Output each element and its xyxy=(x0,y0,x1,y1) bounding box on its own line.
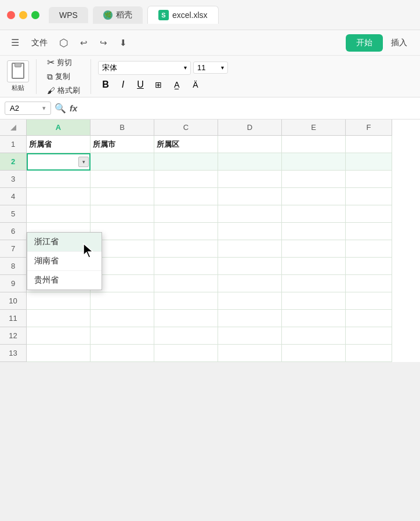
cell-d6[interactable] xyxy=(218,223,282,240)
fx-button[interactable]: fx xyxy=(70,103,77,113)
tab-excel[interactable]: S excel.xlsx xyxy=(147,6,219,24)
cell-e4[interactable] xyxy=(282,188,346,205)
cell-f3[interactable] xyxy=(346,171,392,188)
cell-c5[interactable] xyxy=(154,205,218,223)
col-header-d[interactable]: D xyxy=(218,120,282,136)
font-color-button[interactable]: Ä xyxy=(187,77,204,92)
cell-f9[interactable] xyxy=(346,275,392,292)
cell-a2[interactable]: ▾ xyxy=(27,153,90,171)
cut-button[interactable]: ✂ 剪切 xyxy=(44,55,75,70)
col-header-c[interactable]: C xyxy=(154,120,218,136)
cell-a13[interactable] xyxy=(27,345,90,362)
more-icon[interactable]: ⬇ xyxy=(115,35,131,51)
cell-e3[interactable] xyxy=(282,171,346,188)
corner-cell[interactable] xyxy=(0,120,27,136)
cell-f5[interactable] xyxy=(346,205,392,223)
cell-d10[interactable] xyxy=(218,292,282,310)
dropdown-item-1[interactable]: 湖南省 xyxy=(27,252,102,271)
cell-c4[interactable] xyxy=(154,188,218,205)
cell-f12[interactable] xyxy=(346,327,392,345)
row-header-10[interactable]: 10 xyxy=(0,292,27,310)
row-header-9[interactable]: 9 xyxy=(0,275,27,292)
row-header-11[interactable]: 11 xyxy=(0,310,27,327)
cell-f8[interactable] xyxy=(346,258,392,275)
cell-reference-box[interactable]: A2 ▾ xyxy=(5,102,51,115)
cell-d5[interactable] xyxy=(218,205,282,223)
cell-e9[interactable] xyxy=(282,275,346,292)
cell-e13[interactable] xyxy=(282,345,346,362)
cell-a10[interactable] xyxy=(27,292,90,310)
undo-icon[interactable]: ↩ xyxy=(75,35,92,51)
cell-a3[interactable] xyxy=(27,171,90,188)
row-header-8[interactable]: 8 xyxy=(0,258,27,275)
dropdown-item-2[interactable]: 贵州省 xyxy=(27,271,102,290)
cell-b4[interactable] xyxy=(90,188,154,205)
row-header-4[interactable]: 4 xyxy=(0,188,27,205)
row-header-1[interactable]: 1 xyxy=(0,136,27,153)
row-header-5[interactable]: 5 xyxy=(0,205,27,223)
cell-a12[interactable] xyxy=(27,327,90,345)
cell-b1[interactable]: 所属市 xyxy=(90,136,154,153)
cell-c11[interactable] xyxy=(154,310,218,327)
cell-d8[interactable] xyxy=(218,258,282,275)
cell-e1[interactable] xyxy=(282,136,346,153)
cell-e10[interactable] xyxy=(282,292,346,310)
row-header-3[interactable]: 3 xyxy=(0,171,27,188)
cell-e8[interactable] xyxy=(282,258,346,275)
fill-color-button[interactable]: A̲ xyxy=(169,77,185,92)
cell-a11[interactable] xyxy=(27,310,90,327)
cell-d9[interactable] xyxy=(218,275,282,292)
copy-button[interactable]: ⧉ 复制 xyxy=(44,70,74,84)
font-size-selector[interactable]: 11 ▾ xyxy=(193,61,228,74)
cell-c1[interactable]: 所属区 xyxy=(154,136,218,153)
start-button[interactable]: 开始 xyxy=(346,34,383,52)
cell-d4[interactable] xyxy=(218,188,282,205)
tab-daoke[interactable]: 🌿 稻壳 xyxy=(93,6,143,24)
cell-b12[interactable] xyxy=(90,327,154,345)
cell-b5[interactable] xyxy=(90,205,154,223)
col-header-a[interactable]: A xyxy=(27,120,90,136)
row-header-6[interactable]: 6 xyxy=(0,223,27,240)
cell-c3[interactable] xyxy=(154,171,218,188)
cell-b11[interactable] xyxy=(90,310,154,327)
cell-e6[interactable] xyxy=(282,223,346,240)
hamburger-menu-icon[interactable]: ☰ xyxy=(7,35,23,51)
cell-c6[interactable] xyxy=(154,223,218,240)
format-painter-button[interactable]: 🖌 格式刷 xyxy=(44,84,84,97)
cell-b3[interactable] xyxy=(90,171,154,188)
cell-c7[interactable] xyxy=(154,240,218,258)
cell-a4[interactable] xyxy=(27,188,90,205)
cell-f6[interactable] xyxy=(346,223,392,240)
cell-a1[interactable]: 所属省 xyxy=(27,136,90,153)
minimize-button[interactable] xyxy=(19,11,27,19)
zoom-icon[interactable]: 🔍 xyxy=(55,103,66,114)
cell-e12[interactable] xyxy=(282,327,346,345)
maximize-button[interactable] xyxy=(31,11,39,19)
insert-menu[interactable]: 插入 xyxy=(385,35,413,50)
tab-wps[interactable]: WPS xyxy=(49,7,88,23)
underline-button[interactable]: U xyxy=(133,77,148,92)
cell-c8[interactable] xyxy=(154,258,218,275)
cell-c10[interactable] xyxy=(154,292,218,310)
copy-toolbar-icon[interactable]: ⬡ xyxy=(56,35,72,51)
cell-e5[interactable] xyxy=(282,205,346,223)
cell-d7[interactable] xyxy=(218,240,282,258)
paste-button[interactable]: 粘贴 xyxy=(7,60,29,92)
col-header-e[interactable]: E xyxy=(282,120,346,136)
bold-button[interactable]: B xyxy=(98,77,113,92)
cell-d2[interactable] xyxy=(218,153,282,171)
row-header-2[interactable]: 2 xyxy=(0,153,27,171)
cell-c12[interactable] xyxy=(154,327,218,345)
close-button[interactable] xyxy=(7,11,15,19)
cell-f7[interactable] xyxy=(346,240,392,258)
cell-c13[interactable] xyxy=(154,345,218,362)
cell-f10[interactable] xyxy=(346,292,392,310)
italic-button[interactable]: I xyxy=(115,77,131,92)
cell-b10[interactable] xyxy=(90,292,154,310)
cell-f11[interactable] xyxy=(346,310,392,327)
cell-c2[interactable] xyxy=(154,153,218,171)
cell-e11[interactable] xyxy=(282,310,346,327)
cell-a5[interactable] xyxy=(27,205,90,223)
file-menu[interactable]: 文件 xyxy=(26,35,53,50)
row-header-12[interactable]: 12 xyxy=(0,327,27,345)
